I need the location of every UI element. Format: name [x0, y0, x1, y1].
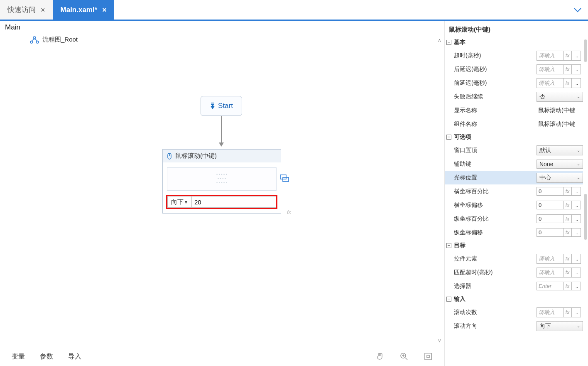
x-percent-input[interactable]: 0 [537, 187, 564, 196]
prop-match-timeout: 匹配超时(毫秒) 请输入fx... [445, 265, 583, 279]
selector-input[interactable]: Enter [537, 282, 564, 290]
y-offset-input[interactable]: 0 [537, 228, 564, 237]
prop-topmost: 窗口置顶 默认⌄ [445, 143, 583, 157]
fx-button[interactable]: fx [564, 51, 572, 61]
prop-y-percent: 纵坐标百分比 0fx... [445, 212, 583, 226]
arguments-tab[interactable]: 参数 [40, 352, 53, 361]
chevron-down-icon: ⌄ [577, 94, 580, 99]
more-button[interactable]: ... [572, 51, 581, 61]
scroll-count-input[interactable]: 请输入 [537, 307, 564, 317]
designer-canvas[interactable]: 流程图_Root Start [0, 34, 434, 347]
close-icon[interactable]: × [102, 6, 107, 14]
y-percent-input[interactable]: 0 [537, 214, 564, 223]
indicate-on-screen-button[interactable] [279, 174, 289, 183]
svg-rect-6 [211, 104, 214, 105]
timeout-input[interactable]: 请输入 [537, 51, 564, 61]
fx-button[interactable]: fx [564, 228, 572, 237]
prop-label: 匹配超时(毫秒) [454, 269, 535, 276]
scroll-up-icon[interactable]: ∧ [438, 37, 441, 43]
svg-point-0 [33, 36, 35, 38]
component-name-value[interactable]: 鼠标滚动(中键 [537, 120, 583, 129]
zoom-in-icon[interactable] [399, 352, 409, 361]
pan-tool-icon[interactable] [375, 352, 385, 361]
fx-button[interactable]: fx [564, 187, 572, 196]
breadcrumb[interactable]: Main [0, 21, 444, 34]
topmost-select[interactable]: 默认⌄ [537, 145, 583, 155]
pre-delay-input[interactable]: 请输入 [537, 78, 564, 88]
variables-tab[interactable]: 变量 [12, 352, 25, 361]
display-name-value[interactable]: 鼠标滚动(中键 [537, 106, 583, 115]
collapse-icon[interactable]: − [446, 40, 451, 45]
element-input[interactable]: 请输入 [537, 254, 564, 264]
fx-button[interactable]: fx [564, 64, 572, 74]
more-button[interactable]: ... [572, 78, 581, 88]
properties-scrollbar[interactable] [583, 36, 588, 366]
section-basic[interactable]: − 基本 [445, 36, 583, 49]
fx-icon[interactable]: fx [284, 207, 294, 216]
match-timeout-input[interactable]: 请输入 [537, 268, 564, 278]
imports-tab[interactable]: 导入 [68, 352, 81, 361]
scroll-count-input[interactable] [191, 196, 276, 208]
prop-x-percent: 横坐标百分比 0fx... [445, 184, 583, 198]
fx-button[interactable]: fx [564, 201, 572, 209]
more-button[interactable]: ... [572, 214, 581, 223]
chevron-down-icon: ⌄ [577, 324, 580, 328]
chevron-down-icon: ⌄ [577, 162, 580, 166]
collapse-icon[interactable]: − [446, 243, 451, 248]
fx-button[interactable]: fx [564, 254, 572, 264]
more-button[interactable]: ... [572, 268, 581, 278]
scroll-direction-value: 向下 [171, 198, 184, 206]
section-input[interactable]: − 输入 [445, 293, 583, 305]
activity-mouse-scroll[interactable]: 鼠标滚动(中键) • • • • •• • • •• • • • • [162, 149, 281, 214]
cursor-position-select[interactable]: 中心⌄ [537, 173, 583, 183]
target-preview[interactable]: • • • • •• • • •• • • • • [167, 167, 277, 191]
more-button[interactable]: ... [572, 254, 581, 264]
more-button[interactable]: ... [572, 201, 581, 209]
canvas-scroll-controls: ∧ ∨ [434, 34, 444, 347]
prop-label: 控件元素 [454, 255, 535, 263]
continue-on-fail-select[interactable]: 否⌄ [537, 92, 583, 102]
section-target[interactable]: − 目标 [445, 239, 583, 252]
more-button[interactable]: ... [572, 307, 581, 317]
tab-quick-access[interactable]: 快速访问 × [0, 0, 53, 20]
collapse-panel-button[interactable] [567, 0, 588, 20]
scroll-direction-select[interactable]: 向下 ▼ [167, 196, 191, 208]
more-button[interactable]: ... [572, 187, 581, 196]
activity-title-bar[interactable]: 鼠标滚动(中键) [163, 150, 281, 162]
flowchart-root-header[interactable]: 流程图_Root [30, 36, 78, 44]
fit-screen-icon[interactable] [424, 352, 433, 361]
fx-button[interactable]: fx [564, 214, 572, 223]
fx-button[interactable]: fx [564, 307, 572, 317]
more-button[interactable]: ... [572, 228, 581, 237]
section-label: 基本 [454, 39, 466, 46]
collapse-icon[interactable]: − [446, 297, 451, 302]
prop-label: 前延迟(毫秒) [454, 79, 535, 87]
start-node[interactable]: Start [201, 96, 242, 116]
prop-label: 纵坐标偏移 [454, 229, 535, 236]
section-optional[interactable]: − 可选项 [445, 131, 583, 143]
scroll-direction-select[interactable]: 向下⌄ [537, 321, 583, 331]
x-offset-input[interactable]: 0 [537, 201, 564, 209]
fx-button[interactable]: fx [564, 268, 572, 278]
tab-main-xaml[interactable]: Main.xaml* × [53, 0, 114, 20]
post-delay-input[interactable]: 请输入 [537, 64, 564, 74]
start-label: Start [218, 102, 233, 110]
prop-display-name: 显示名称 鼠标滚动(中键 [445, 103, 583, 117]
scroll-down-icon[interactable]: ∨ [438, 338, 441, 344]
modifier-select[interactable]: None⌄ [537, 160, 583, 169]
svg-point-2 [37, 41, 39, 43]
chevron-down-icon: ⌄ [577, 148, 580, 152]
mouse-scroll-icon [166, 153, 173, 160]
tab-label: 快速访问 [7, 5, 36, 15]
close-icon[interactable]: × [41, 6, 45, 14]
collapse-icon[interactable]: − [446, 135, 451, 140]
prop-label: 窗口置顶 [454, 147, 535, 154]
start-arrow-icon [210, 103, 216, 109]
fx-button[interactable]: fx [564, 282, 572, 290]
prop-timeout: 超时(毫秒) 请输入 fx ... [445, 49, 583, 62]
more-button[interactable]: ... [572, 282, 581, 290]
fx-button[interactable]: fx [564, 78, 572, 88]
prop-scroll-direction: 滚动方向 向下⌄ [445, 319, 583, 333]
properties-title: 鼠标滚动(中键) [445, 21, 588, 36]
more-button[interactable]: ... [572, 64, 581, 74]
